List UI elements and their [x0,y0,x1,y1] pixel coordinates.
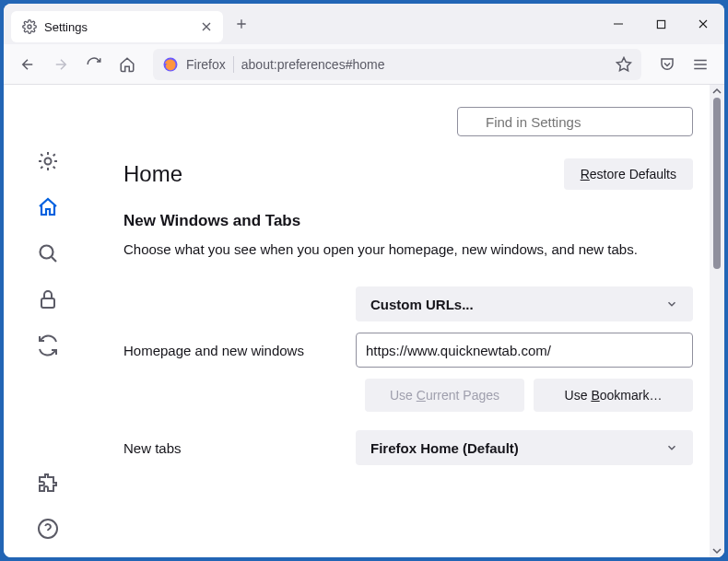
maximize-icon [656,19,666,29]
homepage-mode-select[interactable]: Custom URLs... [356,286,693,321]
settings-sidebar [4,85,92,557]
settings-main: Home Restore Defaults New Windows and Ta… [92,85,724,557]
forward-button[interactable] [46,50,76,79]
close-icon[interactable] [199,19,214,34]
home-icon [119,56,135,73]
newtabs-select[interactable]: Firefox Home (Default) [356,430,693,465]
content-area: Home Restore Defaults New Windows and Ta… [4,85,724,557]
svg-point-0 [28,25,31,29]
window-controls [597,4,724,44]
tab-title: Settings [44,20,192,34]
select-value: Firefox Home (Default) [370,440,519,456]
use-bookmark-button[interactable]: Use Bookmark… [534,379,693,412]
new-tab-button[interactable] [229,11,254,37]
select-value: Custom URLs... [370,297,474,312]
chevron-down-icon [665,298,678,310]
extension-icon [37,472,59,494]
pocket-button[interactable] [652,50,682,79]
sidebar-general[interactable] [36,149,60,173]
url-bar[interactable]: Firefox about:preferences#home [153,49,641,80]
newtabs-label: New tabs [123,440,345,456]
sidebar-privacy[interactable] [36,287,60,311]
svg-point-3 [45,158,52,165]
arrow-right-icon [53,56,69,73]
nav-toolbar: Firefox about:preferences#home [4,44,724,85]
sidebar-home[interactable] [36,195,60,219]
close-window-button[interactable] [682,4,724,44]
scrollbar-thumb[interactable] [713,98,721,269]
maximize-button[interactable] [640,4,682,44]
pocket-icon [659,56,675,73]
sidebar-search[interactable] [36,241,60,265]
lock-icon [37,288,59,310]
help-icon [37,518,59,540]
search-icon [37,242,59,264]
section-heading: New Windows and Tabs [123,212,693,230]
app-menu-button[interactable] [686,50,715,79]
separator [233,56,234,73]
homepage-url-input[interactable] [356,333,693,368]
firefox-window: Settings Firefox about:preferences#home [4,4,724,557]
identity-label: Firefox [186,57,226,72]
sidebar-extensions[interactable] [36,471,60,495]
back-button[interactable] [13,50,42,79]
arrow-left-icon [19,56,36,73]
svg-point-4 [41,246,53,259]
find-settings-box [457,107,693,136]
url-text: about:preferences#home [241,57,608,72]
scroll-down-icon [712,546,722,555]
chevron-down-icon [665,441,678,454]
restore-defaults-button[interactable]: Restore Defaults [564,158,693,190]
titlebar: Settings [4,4,724,44]
sidebar-help[interactable] [36,517,60,541]
plus-icon [234,17,249,31]
gear-icon [37,150,59,172]
home-icon [37,196,59,218]
reload-icon [86,56,102,73]
minimize-icon [613,18,624,29]
gear-icon [22,19,37,34]
svg-rect-1 [657,20,664,28]
scroll-up-icon [712,87,722,96]
sidebar-sync[interactable] [36,333,60,357]
bookmark-star-icon[interactable] [616,56,632,73]
sync-icon [37,334,59,356]
close-icon [698,18,709,29]
browser-tab[interactable]: Settings [11,11,223,42]
hamburger-icon [692,56,709,73]
scrollbar[interactable] [710,85,724,557]
firefox-icon [162,56,179,73]
reload-button[interactable] [79,50,109,79]
find-settings-input[interactable] [457,107,693,136]
svg-point-6 [39,520,57,538]
minimize-button[interactable] [597,4,640,44]
page-title: Home [123,161,182,187]
svg-rect-5 [41,298,54,308]
homepage-label: Homepage and new windows [123,343,345,358]
use-current-pages-button[interactable]: Use Current Pages [365,379,524,412]
home-button[interactable] [112,50,142,79]
section-description: Choose what you see when you open your h… [123,240,693,259]
